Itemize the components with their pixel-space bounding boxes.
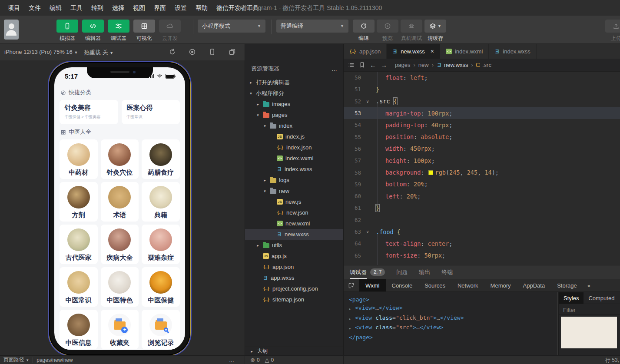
wxml-tree[interactable]: <page> ▸ <view>…</view> ▸ <view class="c… bbox=[344, 292, 558, 355]
outline-row[interactable]: ▸ 大纲 bbox=[245, 347, 343, 355]
menu-item[interactable]: 选择 bbox=[108, 0, 129, 16]
code-line[interactable]: 50 float: left; bbox=[344, 72, 620, 83]
tree-item[interactable]: ▸ utils bbox=[245, 240, 343, 251]
toolbar-cloud-dev-button[interactable]: 云开发 bbox=[159, 20, 181, 42]
category-item[interactable]: 针灸穴位 bbox=[101, 139, 139, 179]
page-path-label[interactable]: 页面路径 ▼ bbox=[3, 356, 29, 364]
fold-icon[interactable]: ∨ bbox=[366, 99, 374, 104]
toolbar-clear-cache-button[interactable]: ▼ 清缓存 bbox=[424, 20, 446, 42]
tree-item[interactable]: JS new.js bbox=[245, 196, 343, 207]
code-line[interactable]: 61 } bbox=[344, 202, 620, 214]
forward-icon[interactable]: → bbox=[381, 61, 387, 69]
expand-icon[interactable]: ▸ bbox=[349, 304, 355, 313]
tree-item[interactable]: ▾ 小程序部分 bbox=[245, 88, 343, 99]
category-item[interactable]: 疑难杂症 bbox=[142, 225, 180, 264]
code-line[interactable]: 54 padding-top: 40rpx; bbox=[344, 119, 620, 131]
toolbar-debugger-button[interactable]: 调试器 bbox=[108, 20, 129, 42]
debugger-tab[interactable]: 问题 bbox=[396, 265, 408, 279]
menu-item[interactable]: 帮助 bbox=[191, 0, 212, 16]
category-item[interactable]: 中医保健 bbox=[142, 267, 180, 307]
error-count[interactable]: ⊗0 bbox=[250, 357, 260, 363]
devtools-tab[interactable]: AppData bbox=[517, 279, 551, 291]
warning-count[interactable]: △0 bbox=[265, 357, 274, 363]
category-item[interactable]: + 收藏夹 bbox=[101, 310, 139, 349]
debugger-tab[interactable]: 输出 bbox=[419, 265, 430, 279]
toolbar-device-debug-button[interactable]: 真机调试 bbox=[401, 20, 422, 42]
tree-item[interactable]: {..} new.json bbox=[245, 207, 343, 218]
tree-item[interactable]: Ǝ app.wxss bbox=[245, 272, 343, 283]
compile-mode-select[interactable]: 普通编译▼ bbox=[276, 20, 348, 33]
back-icon[interactable]: ← bbox=[370, 61, 376, 69]
editor-tab[interactable]: Ǝindex.wxss bbox=[489, 44, 537, 59]
devtools-tab[interactable]: Console bbox=[386, 279, 419, 291]
breadcrumb-item[interactable]: pages bbox=[395, 62, 410, 68]
category-item[interactable]: 浏览记录 bbox=[142, 310, 180, 349]
menu-item[interactable]: 设置 bbox=[170, 0, 191, 16]
menu-item[interactable]: 转到 bbox=[87, 0, 108, 16]
styles-filter-input[interactable] bbox=[563, 307, 616, 313]
wxml-node[interactable]: ▸ <view class="click_btn">…</view> bbox=[349, 314, 557, 323]
styles-tab[interactable]: Computed bbox=[584, 292, 619, 304]
breadcrumb-item[interactable]: new bbox=[418, 62, 429, 68]
tree-item[interactable]: {..} sitemap.json bbox=[245, 294, 343, 305]
tree-item[interactable]: {..} project.config.json bbox=[245, 283, 343, 294]
wxml-node[interactable]: ▸ <view>…</view> bbox=[349, 304, 557, 313]
copy-icon[interactable] bbox=[76, 357, 82, 363]
close-icon[interactable]: × bbox=[431, 48, 434, 55]
menu-item[interactable]: 工具 bbox=[66, 0, 87, 16]
tree-item[interactable]: ▸ logs bbox=[245, 175, 343, 185]
rotate-icon[interactable] bbox=[169, 48, 176, 56]
code-line[interactable]: 62 bbox=[344, 214, 620, 226]
tree-item[interactable]: <> new.wxml bbox=[245, 218, 343, 229]
menu-item[interactable]: 视图 bbox=[129, 0, 149, 16]
windows-icon[interactable] bbox=[229, 48, 236, 56]
toolbar-upload-button[interactable]: 上传 bbox=[605, 20, 620, 42]
tree-item[interactable]: JS app.js bbox=[245, 251, 343, 261]
category-item[interactable]: 中医常识 bbox=[60, 267, 98, 307]
wxml-node[interactable]: ▸ <view class="src">…</view> bbox=[349, 323, 557, 333]
category-item[interactable]: 中医信息 bbox=[60, 310, 98, 349]
toolbar-compile-button[interactable]: 编译 bbox=[353, 20, 375, 42]
eye-icon[interactable] bbox=[216, 357, 221, 363]
quick-card[interactable]: 针灸美容 中医保健 > 中医美容 bbox=[60, 100, 118, 124]
code-line[interactable]: 64 text-align: center; bbox=[344, 238, 620, 249]
more-actions-icon[interactable]: … bbox=[332, 66, 338, 72]
more-tabs-icon[interactable]: » bbox=[583, 282, 595, 289]
editor-tab[interactable]: Ǝnew.wxss × bbox=[387, 44, 440, 59]
phone-screen[interactable]: 5:17 快捷分类 针灸美容 中医保健 > 中医美容 医案心得 中医常识 bbox=[54, 67, 185, 350]
category-item[interactable]: 中医特色 bbox=[101, 267, 139, 307]
record-icon[interactable] bbox=[189, 48, 196, 56]
menu-item[interactable]: 项目 bbox=[3, 0, 24, 16]
toolbar-simulator-button[interactable]: 模拟器 bbox=[56, 20, 78, 42]
editor-tab[interactable]: {..}app.json bbox=[344, 44, 387, 59]
category-item[interactable]: 中药材 bbox=[60, 139, 98, 179]
code-line[interactable]: 56 width: 450rpx; bbox=[344, 143, 620, 155]
breadcrumb-item[interactable]: .src bbox=[476, 62, 491, 68]
mode-select[interactable]: 小程序模式▼ bbox=[198, 20, 265, 33]
tree-item[interactable]: ▸ 打开的编辑器 bbox=[245, 77, 343, 88]
expand-icon[interactable]: ▸ bbox=[349, 323, 355, 333]
device-selector[interactable]: iPhone 12/13 (Pro) 75% 16 ▼ bbox=[4, 49, 78, 55]
tree-item[interactable]: {..} index.json bbox=[245, 142, 343, 153]
code-line[interactable]: 57 height: 100px; bbox=[344, 155, 620, 166]
debugger-tab[interactable]: 终端 bbox=[441, 265, 453, 279]
category-item[interactable]: 疾病大全 bbox=[101, 225, 139, 264]
menu-item[interactable]: 文件 bbox=[24, 0, 45, 16]
toolbar-editor-button[interactable]: 编辑器 bbox=[82, 20, 104, 42]
editor-tab[interactable]: <>index.wxml bbox=[440, 44, 489, 59]
breadcrumb-item[interactable]: Ǝnew.wxss bbox=[437, 62, 468, 68]
devtools-tab[interactable]: Network bbox=[451, 279, 484, 291]
tree-item[interactable]: <> index.wxml bbox=[245, 153, 343, 164]
menu-item[interactable]: 编辑 bbox=[45, 0, 66, 16]
devtools-tab[interactable]: Memory bbox=[484, 279, 517, 291]
category-item[interactable]: 典籍 bbox=[142, 182, 180, 222]
quick-card[interactable]: 医案心得 中医常识 bbox=[122, 100, 180, 124]
code-line[interactable]: 52 ∨ .src { bbox=[344, 96, 620, 107]
devtools-tab[interactable]: Storage bbox=[551, 279, 583, 291]
tree-item[interactable]: {..} app.json bbox=[245, 261, 343, 272]
code-line[interactable]: 55 position: absolute; bbox=[344, 131, 620, 142]
code-line[interactable]: 65 font-size: 50rpx; bbox=[344, 249, 620, 261]
category-item[interactable]: 方剂 bbox=[60, 182, 98, 222]
tree-item[interactable]: ▾ new bbox=[245, 185, 343, 196]
hot-reload-toggle[interactable]: 热重载 关 ▼ bbox=[84, 49, 113, 56]
